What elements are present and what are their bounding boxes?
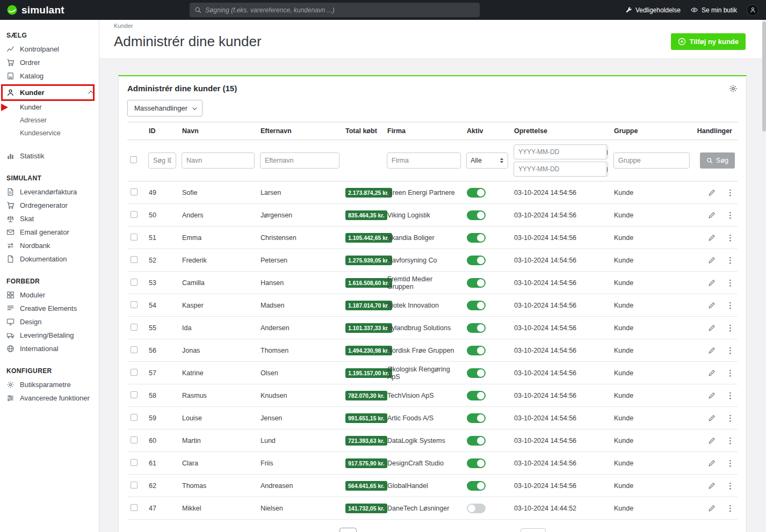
row-checkbox[interactable] [131, 301, 138, 308]
sidebar-item-nordbank[interactable]: Nordbank [0, 239, 99, 252]
submenu-item-kunder[interactable]: Kunder [0, 101, 99, 114]
active-toggle[interactable] [467, 323, 486, 333]
edit-pencil-icon[interactable] [708, 347, 716, 354]
edit-pencil-icon[interactable] [708, 369, 716, 377]
search-input[interactable] [205, 6, 475, 14]
row-checkbox[interactable] [131, 188, 138, 195]
edit-pencil-icon[interactable] [708, 212, 716, 219]
row-menu-dots-icon[interactable]: ⋮ [726, 256, 734, 264]
row-menu-dots-icon[interactable]: ⋮ [726, 369, 734, 377]
row-menu-dots-icon[interactable]: ⋮ [726, 324, 734, 332]
row-checkbox[interactable] [131, 256, 138, 263]
edit-pencil-icon[interactable] [708, 189, 716, 196]
filter-id-input[interactable] [148, 152, 176, 169]
edit-pencil-icon[interactable] [708, 505, 716, 512]
sidebar-item-ordrer[interactable]: Ordrer [0, 56, 99, 69]
active-toggle[interactable] [467, 210, 486, 220]
filter-efternavn-input[interactable] [260, 152, 339, 169]
sidebar-item-international[interactable]: International [0, 342, 99, 355]
active-toggle[interactable] [467, 458, 486, 468]
sidebar-item-butiksparametre[interactable]: Butiksparametre [0, 378, 99, 391]
edit-pencil-icon[interactable] [708, 324, 716, 332]
row-menu-dots-icon[interactable]: ⋮ [726, 188, 734, 196]
per-page-select[interactable]: 50 [521, 528, 546, 532]
edit-pencil-icon[interactable] [708, 482, 716, 490]
edit-pencil-icon[interactable] [708, 279, 716, 287]
filter-navn-input[interactable] [182, 152, 255, 169]
edit-pencil-icon[interactable] [708, 437, 716, 444]
row-checkbox[interactable] [131, 482, 138, 489]
pagination-page-input[interactable]: 1 [339, 528, 357, 532]
calendar-icon[interactable] [606, 162, 608, 176]
edit-pencil-icon[interactable] [708, 414, 716, 422]
row-menu-dots-icon[interactable]: ⋮ [726, 414, 734, 422]
active-toggle[interactable] [467, 504, 486, 513]
row-menu-dots-icon[interactable]: ⋮ [726, 346, 734, 354]
sidebar-item-dokumentation[interactable]: Dokumentation [0, 252, 99, 266]
global-search[interactable] [190, 3, 480, 17]
row-checkbox[interactable] [131, 324, 138, 331]
breadcrumb[interactable]: Kunder [114, 23, 746, 29]
app-logo[interactable]: simulant [0, 4, 99, 16]
col-id[interactable]: ID [146, 122, 179, 140]
row-checkbox[interactable] [131, 346, 138, 353]
submenu-item-adresser[interactable]: Adresser [0, 114, 99, 127]
sidebar-item-email-generator[interactable]: Email generator [0, 225, 99, 239]
row-menu-dots-icon[interactable]: ⋮ [726, 436, 734, 444]
sidebar-item-leverandorfaktura[interactable]: Leverandørfaktura [0, 185, 99, 199]
edit-pencil-icon[interactable] [708, 257, 716, 264]
sidebar-item-kontrolpanel[interactable]: Kontrolpanel [0, 42, 99, 56]
active-toggle[interactable] [467, 188, 486, 198]
sidebar-item-avancerede-funktioner[interactable]: Avancerede funktioner [0, 391, 99, 405]
sidebar-item-kunder[interactable]: Kunder [0, 86, 99, 99]
active-toggle[interactable] [467, 346, 486, 355]
filter-aktiv-select[interactable]: Alle [466, 152, 508, 169]
col-firma[interactable]: Firma [384, 122, 464, 140]
filter-firma-input[interactable] [387, 152, 461, 169]
active-toggle[interactable] [467, 413, 486, 423]
filter-search-button[interactable]: Søg [700, 152, 735, 169]
edit-pencil-icon[interactable] [708, 302, 716, 309]
active-toggle[interactable] [467, 368, 486, 378]
filter-gruppe-input[interactable] [613, 152, 690, 169]
date-from-input[interactable] [514, 148, 606, 156]
row-checkbox[interactable] [131, 414, 138, 421]
row-menu-dots-icon[interactable]: ⋮ [726, 391, 734, 399]
row-checkbox[interactable] [131, 369, 138, 376]
select-all-checkbox[interactable] [130, 156, 137, 163]
row-menu-dots-icon[interactable]: ⋮ [726, 459, 734, 467]
row-checkbox[interactable] [131, 279, 138, 286]
active-toggle[interactable] [467, 301, 486, 310]
sidebar-item-skat[interactable]: Skat [0, 212, 99, 225]
add-customer-button[interactable]: Tilføj ny kunde [671, 33, 746, 50]
scrollbar-thumb[interactable] [762, 21, 766, 132]
active-toggle[interactable] [467, 278, 486, 288]
sidebar-item-levering-betaling[interactable]: Levering/Betaling [0, 329, 99, 342]
filter-date-from[interactable] [514, 144, 608, 159]
edit-pencil-icon[interactable] [708, 234, 716, 242]
active-toggle[interactable] [467, 256, 486, 265]
sidebar-item-creative-elements[interactable]: Creative Elements [0, 302, 99, 315]
col-navn[interactable]: Navn [179, 122, 257, 140]
row-menu-dots-icon[interactable]: ⋮ [726, 234, 734, 242]
sidebar-item-design[interactable]: Design [0, 315, 99, 329]
col-oprettelse[interactable]: Oprettelse [511, 122, 611, 140]
filter-date-to[interactable] [514, 162, 608, 177]
date-to-input[interactable] [514, 165, 606, 173]
edit-pencil-icon[interactable] [708, 392, 716, 399]
row-checkbox[interactable] [131, 459, 138, 466]
col-aktiv[interactable]: Aktiv [464, 122, 511, 140]
sidebar-item-ordregenerator[interactable]: Ordregenerator [0, 199, 99, 212]
calendar-icon[interactable] [606, 145, 608, 159]
active-toggle[interactable] [467, 436, 486, 446]
row-checkbox[interactable] [131, 234, 138, 241]
view-shop-link[interactable]: Se min butik [690, 6, 737, 14]
edit-pencil-icon[interactable] [708, 460, 716, 467]
row-menu-dots-icon[interactable]: ⋮ [726, 301, 734, 309]
active-toggle[interactable] [467, 481, 486, 491]
row-menu-dots-icon[interactable]: ⋮ [726, 211, 734, 219]
col-gruppe[interactable]: Gruppe [611, 122, 692, 140]
sidebar-item-katalog[interactable]: Katalog [0, 69, 99, 83]
bulk-actions-button[interactable]: Massehandlinger [127, 100, 203, 116]
row-checkbox[interactable] [131, 211, 138, 218]
